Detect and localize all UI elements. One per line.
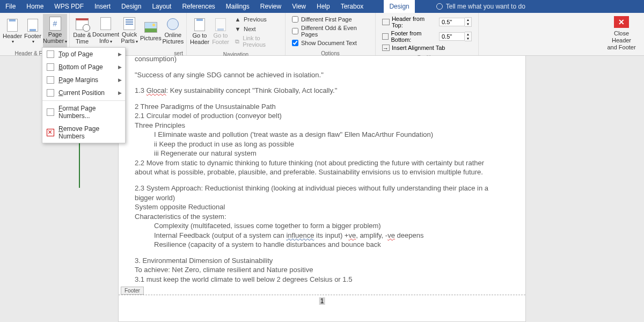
different-first-page-checkbox[interactable]: Different First Page <box>292 16 369 23</box>
page-number-button[interactable]: # Page Number▾ <box>43 14 67 48</box>
tab-review[interactable]: Review <box>255 0 287 13</box>
footer-button[interactable]: Footer ▾ <box>23 14 43 48</box>
close-header-footer-button[interactable]: ✕ Close Headerand Footer <box>601 14 642 53</box>
previous-icon: ▲ <box>234 16 241 23</box>
tab-terabox[interactable]: Terabox <box>335 0 369 13</box>
tab-contextual-design[interactable]: Design <box>384 0 414 13</box>
bottom-of-page-icon <box>47 63 54 71</box>
footer-bottom-icon <box>382 33 389 40</box>
globe-icon <box>167 18 179 30</box>
quick-parts-icon <box>123 17 135 30</box>
goto-footer-button[interactable]: Go to Footer <box>210 14 231 49</box>
pictures-button[interactable]: Pictures <box>140 14 162 48</box>
different-odd-even-checkbox[interactable]: Different Odd & Even Pages <box>292 25 369 38</box>
quick-parts-button[interactable]: Quick Parts▾ <box>119 14 140 48</box>
footer-from-bottom-input[interactable]: 0.5"▲▼ <box>439 32 472 41</box>
document-content: consumption) "Success of any single SDG … <box>119 56 525 289</box>
goto-header-icon <box>194 18 205 31</box>
header-from-top-input[interactable]: 0.5"▲▼ <box>439 17 472 27</box>
header-top-icon <box>382 19 390 25</box>
insert-alignment-tab-button[interactable]: → Insert Alignment Tab <box>382 45 472 51</box>
lightbulb-icon <box>436 3 443 10</box>
footer-from-bottom-row: Footer from Bottom: 0.5"▲▼ <box>382 30 472 43</box>
calendar-icon <box>76 18 89 30</box>
page-number-icon: # <box>49 17 61 31</box>
next-button[interactable]: ▼Next <box>233 25 281 33</box>
footer-page-number[interactable]: 1 <box>319 297 325 305</box>
tab-home[interactable]: Home <box>21 0 49 13</box>
link-previous-button: ⧉Link to Previous <box>233 34 281 48</box>
header-button[interactable]: Header ▾ <box>2 14 23 48</box>
chevron-right-icon: ▶ <box>118 77 122 83</box>
chevron-right-icon: ▶ <box>118 90 122 96</box>
tab-help[interactable]: Help <box>311 0 335 13</box>
goto-header-button[interactable]: Go to Header <box>189 14 210 49</box>
header-icon <box>7 19 18 32</box>
date-time-button[interactable]: Date & Time <box>72 14 92 48</box>
tab-design[interactable]: Design <box>116 0 147 13</box>
tab-file[interactable]: File <box>0 0 21 13</box>
tab-view[interactable]: View <box>287 0 311 13</box>
next-icon: ▼ <box>234 25 241 33</box>
close-icon: ✕ <box>614 16 629 28</box>
top-of-page-icon <box>47 50 54 58</box>
goto-footer-icon <box>215 18 226 31</box>
menubar: File Home WPS PDF Insert Design Layout R… <box>0 0 644 13</box>
remove-numbers-icon <box>47 129 54 136</box>
alignment-tab-icon: → <box>382 45 390 51</box>
page-number-dropdown: Top of Page▶ Bottom of Page▶ Page Margin… <box>42 47 126 143</box>
pictures-icon <box>144 22 157 33</box>
tab-insert[interactable]: Insert <box>89 0 116 13</box>
document-info-button[interactable]: Document Info▾ <box>92 14 119 48</box>
link-icon: ⧉ <box>234 38 240 45</box>
current-position-icon <box>47 89 54 97</box>
menu-current-position[interactable]: Current Position▶ <box>42 86 125 99</box>
menu-remove-page-numbers[interactable]: Remove Page Numbers <box>42 122 125 143</box>
footer-icon <box>27 19 38 32</box>
show-document-text-checkbox[interactable]: Show Document Text <box>292 40 369 46</box>
page-margins-icon <box>47 76 54 84</box>
tab-layout[interactable]: Layout <box>147 0 177 13</box>
menu-top-of-page[interactable]: Top of Page▶ <box>42 48 125 61</box>
tell-me-search[interactable]: Tell me what you want to do <box>430 3 644 10</box>
footer-tab-label: Footer <box>121 287 144 295</box>
online-pictures-button[interactable]: Online Pictures <box>162 14 184 48</box>
tab-mailings[interactable]: Mailings <box>221 0 255 13</box>
chevron-right-icon: ▶ <box>118 52 122 57</box>
previous-button[interactable]: ▲Previous <box>233 15 281 24</box>
menu-bottom-of-page[interactable]: Bottom of Page▶ <box>42 61 125 74</box>
clock-icon <box>83 24 90 32</box>
footer-zone[interactable]: Footer 1 <box>119 295 525 310</box>
document-page[interactable]: consumption) "Success of any single SDG … <box>118 56 526 322</box>
menu-format-page-numbers[interactable]: Format Page Numbers... <box>42 102 125 122</box>
header-from-top-row: Header from Top: 0.5"▲▼ <box>382 16 472 28</box>
menu-page-margins[interactable]: Page Margins▶ <box>42 74 125 86</box>
document-info-icon <box>100 17 111 30</box>
tab-wpspdf[interactable]: WPS PDF <box>49 0 89 13</box>
tab-references[interactable]: References <box>177 0 220 13</box>
chevron-right-icon: ▶ <box>118 64 122 70</box>
format-numbers-icon <box>47 108 54 116</box>
tell-me-placeholder: Tell me what you want to do <box>446 3 525 10</box>
